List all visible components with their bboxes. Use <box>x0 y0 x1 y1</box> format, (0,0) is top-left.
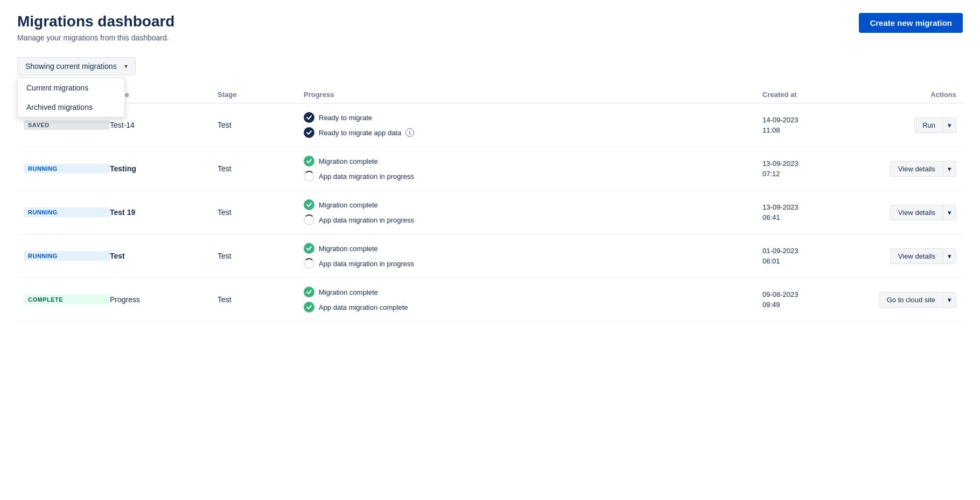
progress-item: Migration complete <box>304 199 762 210</box>
migration-name: Test-14 <box>110 121 218 129</box>
check-green-icon <box>304 302 314 313</box>
status-badge: RUNNING <box>24 164 110 173</box>
table-row: COMPLETE Progress Test Migration complet… <box>17 278 963 322</box>
check-green-icon <box>304 199 314 210</box>
progress-text: App data migration complete <box>319 303 408 311</box>
action-chevron-button[interactable]: ▾ <box>943 117 956 133</box>
col-created: Created at <box>762 91 859 99</box>
header-left: Migrations dashboard Manage your migrati… <box>17 13 174 42</box>
filter-label: Showing current migrations <box>25 62 117 71</box>
progress-item: Migration complete <box>304 156 762 166</box>
created-at: 13-09-202307:12 <box>762 158 859 179</box>
page-title: Migrations dashboard <box>17 13 174 30</box>
status-badge: RUNNING <box>24 251 110 261</box>
migration-name: Progress <box>110 295 218 304</box>
spinner-icon <box>304 171 314 182</box>
progress-cell: Migration complete App data migration in… <box>304 156 762 182</box>
progress-item: App data migration in progress <box>304 214 762 225</box>
progress-item: App data migration in progress <box>304 258 762 269</box>
status-badge: SAVED <box>24 120 110 130</box>
action-button[interactable]: Run <box>914 117 943 133</box>
table-body: SAVED Test-14 Test Ready to migrate Read… <box>17 103 963 322</box>
action-button[interactable]: View details <box>890 248 943 264</box>
col-name: Name <box>110 91 218 99</box>
check-dark-icon <box>304 127 314 138</box>
chevron-down-icon: ▾ <box>124 63 128 70</box>
action-button[interactable]: View details <box>890 205 943 220</box>
created-at: 13-09-202306:41 <box>762 202 859 223</box>
migrations-table: Name Stage Progress Created at Actions S… <box>17 86 963 322</box>
actions-cell: Go to cloud site ▾ <box>859 292 956 308</box>
action-chevron-button[interactable]: ▾ <box>943 248 956 264</box>
filter-dropdown-button[interactable]: Showing current migrations ▾ <box>17 57 136 75</box>
filter-option-archived[interactable]: Archived migrations <box>18 98 124 117</box>
check-green-icon <box>304 287 314 297</box>
actions-cell: Run ▾ <box>859 117 956 133</box>
info-icon: i <box>405 128 414 137</box>
progress-item: Ready to migrate <box>304 112 762 123</box>
progress-text: Migration complete <box>319 157 378 165</box>
check-green-icon <box>304 156 314 166</box>
table-row: RUNNING Test Test Migration complete App… <box>17 234 963 278</box>
progress-cell: Ready to migrate Ready to migrate app da… <box>304 112 762 138</box>
progress-text: Ready to migrate app data <box>319 129 401 137</box>
action-button[interactable]: View details <box>890 161 943 177</box>
migration-stage: Test <box>218 164 304 173</box>
actions-cell: View details ▾ <box>859 205 956 220</box>
col-stage: Stage <box>218 91 304 99</box>
status-badge: RUNNING <box>24 207 110 217</box>
col-actions: Actions <box>859 91 956 99</box>
progress-text: Migration complete <box>319 201 378 209</box>
page-header: Migrations dashboard Manage your migrati… <box>17 13 963 42</box>
progress-text: Migration complete <box>319 245 378 253</box>
page-subtitle: Manage your migrations from this dashboa… <box>17 33 174 42</box>
table-row: SAVED Test-14 Test Ready to migrate Read… <box>17 103 963 147</box>
table-header: Name Stage Progress Created at Actions <box>17 86 963 103</box>
filter-option-current[interactable]: Current migrations <box>18 78 124 98</box>
progress-item: App data migration complete <box>304 302 762 313</box>
progress-text: Migration complete <box>319 288 378 296</box>
action-chevron-button[interactable]: ▾ <box>943 292 956 308</box>
progress-item: Ready to migrate app data i <box>304 127 762 138</box>
migration-name: Test 19 <box>110 208 218 217</box>
progress-item: App data migration in progress <box>304 171 762 182</box>
check-green-icon <box>304 243 314 254</box>
created-at: 09-08-202309:49 <box>762 289 859 310</box>
progress-item: Migration complete <box>304 287 762 297</box>
progress-cell: Migration complete App data migration in… <box>304 199 762 225</box>
migration-stage: Test <box>218 121 304 129</box>
table-row: RUNNING Testing Test Migration complete … <box>17 147 963 191</box>
filter-dropdown-menu: Current migrations Archived migrations <box>17 78 125 117</box>
status-badge: COMPLETE <box>24 295 110 304</box>
progress-item: Migration complete <box>304 243 762 254</box>
progress-text: App data migration in progress <box>319 216 414 224</box>
created-at: 14-09-202311:08 <box>762 115 859 136</box>
check-dark-icon <box>304 112 314 123</box>
progress-text: App data migration in progress <box>319 172 414 180</box>
progress-text: App data migration in progress <box>319 260 414 268</box>
migration-name: Test <box>110 252 218 260</box>
migration-stage: Test <box>218 208 304 217</box>
actions-cell: View details ▾ <box>859 248 956 264</box>
create-migration-button[interactable]: Create new migration <box>859 13 963 33</box>
migration-stage: Test <box>218 295 304 304</box>
table-row: RUNNING Test 19 Test Migration complete … <box>17 191 963 234</box>
filter-area: Showing current migrations ▾ Current mig… <box>17 57 963 75</box>
spinner-icon <box>304 214 314 225</box>
progress-cell: Migration complete App data migration co… <box>304 287 762 313</box>
actions-cell: View details ▾ <box>859 161 956 177</box>
action-chevron-button[interactable]: ▾ <box>943 161 956 177</box>
action-chevron-button[interactable]: ▾ <box>943 205 956 220</box>
action-button[interactable]: Go to cloud site <box>879 292 943 308</box>
progress-text: Ready to migrate <box>319 114 372 122</box>
col-progress: Progress <box>304 91 762 99</box>
progress-cell: Migration complete App data migration in… <box>304 243 762 269</box>
migration-name: Testing <box>110 164 218 173</box>
spinner-icon <box>304 258 314 269</box>
created-at: 01-09-202306:01 <box>762 246 859 267</box>
migration-stage: Test <box>218 252 304 260</box>
